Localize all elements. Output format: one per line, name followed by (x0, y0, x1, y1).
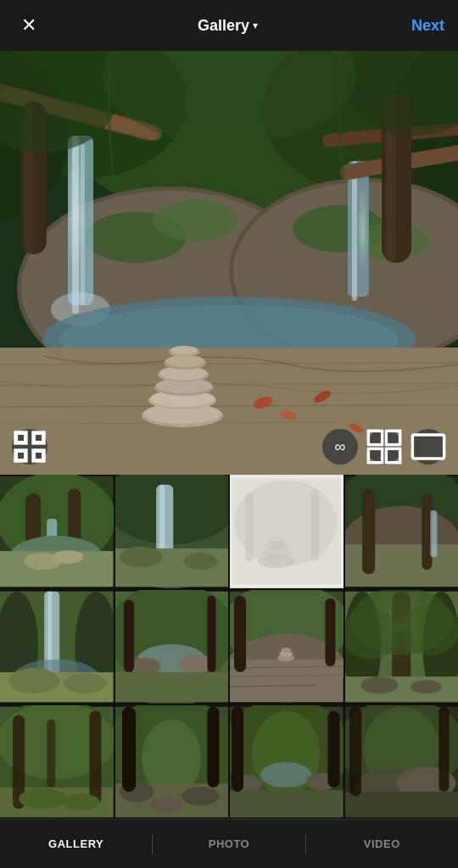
svg-rect-62 (412, 435, 444, 459)
svg-point-127 (281, 648, 291, 653)
svg-rect-59 (386, 431, 399, 444)
infinity-button[interactable]: ∞ (322, 429, 358, 465)
svg-rect-165 (327, 711, 339, 787)
svg-rect-136 (345, 676, 459, 702)
svg-rect-60 (368, 448, 382, 462)
svg-point-79 (120, 547, 162, 567)
svg-point-105 (8, 668, 59, 693)
svg-rect-96 (430, 510, 437, 557)
gallery-title: Gallery (198, 17, 249, 35)
thumbnail-8[interactable] (345, 590, 459, 704)
svg-point-137 (360, 676, 398, 693)
thumbnail-4[interactable] (345, 475, 459, 588)
svg-point-153 (182, 787, 219, 805)
svg-rect-145 (47, 720, 55, 787)
svg-rect-119 (230, 659, 344, 702)
svg-rect-115 (207, 596, 215, 672)
thumbnail-12[interactable] (345, 705, 459, 819)
svg-rect-144 (89, 711, 101, 804)
tab-bar: GALLERY PHOTO VIDEO (0, 819, 458, 868)
thumbnail-3-selected[interactable] (230, 475, 344, 588)
svg-rect-55 (34, 433, 44, 443)
svg-point-80 (183, 553, 217, 570)
svg-rect-113 (115, 672, 229, 702)
main-preview-image: ∞ (0, 51, 458, 475)
svg-point-146 (19, 788, 66, 809)
thumbnail-5[interactable] (0, 590, 114, 704)
tab-video[interactable]: VIDEO (306, 820, 458, 868)
svg-rect-58 (368, 431, 382, 444)
svg-rect-56 (16, 451, 26, 461)
thumbnail-11[interactable] (230, 705, 344, 819)
svg-point-86 (267, 537, 286, 543)
expand-button[interactable] (12, 429, 47, 465)
svg-rect-19 (352, 161, 357, 301)
svg-rect-163 (230, 790, 344, 817)
svg-rect-61 (386, 448, 399, 462)
infinity-icon: ∞ (335, 439, 346, 454)
svg-rect-16 (81, 144, 85, 305)
view-controls: ∞ (322, 429, 446, 465)
svg-point-106 (64, 673, 106, 693)
svg-rect-155 (122, 707, 136, 792)
svg-point-71 (53, 550, 83, 564)
next-button[interactable]: Next (411, 17, 444, 35)
svg-rect-171 (345, 792, 459, 817)
svg-rect-173 (438, 707, 449, 792)
tab-video-label: VIDEO (364, 837, 400, 850)
svg-point-135 (400, 604, 458, 655)
svg-rect-172 (349, 707, 361, 796)
thumbnail-7[interactable] (230, 590, 344, 704)
layout1-button[interactable] (366, 429, 402, 465)
svg-rect-18 (348, 161, 369, 297)
tab-photo[interactable]: PHOTO (153, 820, 304, 868)
svg-point-138 (411, 680, 441, 693)
svg-rect-114 (124, 600, 134, 672)
thumbnail-1[interactable] (0, 475, 114, 588)
svg-point-147 (62, 793, 99, 810)
svg-rect-93 (345, 544, 459, 587)
svg-point-9 (153, 199, 237, 242)
thumbnail-6[interactable] (115, 590, 229, 704)
svg-point-38 (170, 346, 198, 354)
svg-rect-54 (16, 433, 26, 443)
svg-rect-123 (234, 596, 246, 672)
tab-gallery-label: GALLERY (48, 837, 103, 850)
tab-gallery[interactable]: GALLERY (0, 820, 152, 868)
title-area: Gallery ▾ (198, 17, 258, 35)
svg-rect-124 (325, 598, 335, 666)
thumbnail-9[interactable] (0, 705, 114, 819)
svg-rect-87 (245, 493, 254, 561)
svg-rect-15 (72, 136, 79, 314)
svg-point-36 (165, 355, 204, 367)
svg-point-160 (260, 762, 311, 787)
layout2-button[interactable] (411, 429, 446, 465)
svg-rect-164 (232, 707, 243, 792)
svg-rect-94 (362, 489, 375, 574)
svg-point-154 (151, 797, 182, 812)
thumbnail-grid (0, 475, 458, 819)
overlay-controls: ∞ (0, 429, 458, 465)
chevron-down-icon[interactable]: ▾ (253, 19, 258, 31)
tab-photo-label: PHOTO (209, 837, 250, 850)
close-button[interactable]: ✕ (14, 10, 44, 41)
svg-rect-88 (310, 489, 319, 561)
thumbnail-10[interactable] (115, 705, 229, 819)
svg-rect-156 (207, 707, 219, 787)
header: ✕ Gallery ▾ Next (0, 0, 458, 51)
thumbnail-2[interactable] (115, 475, 229, 588)
close-icon: ✕ (21, 14, 36, 36)
svg-rect-57 (34, 451, 44, 461)
